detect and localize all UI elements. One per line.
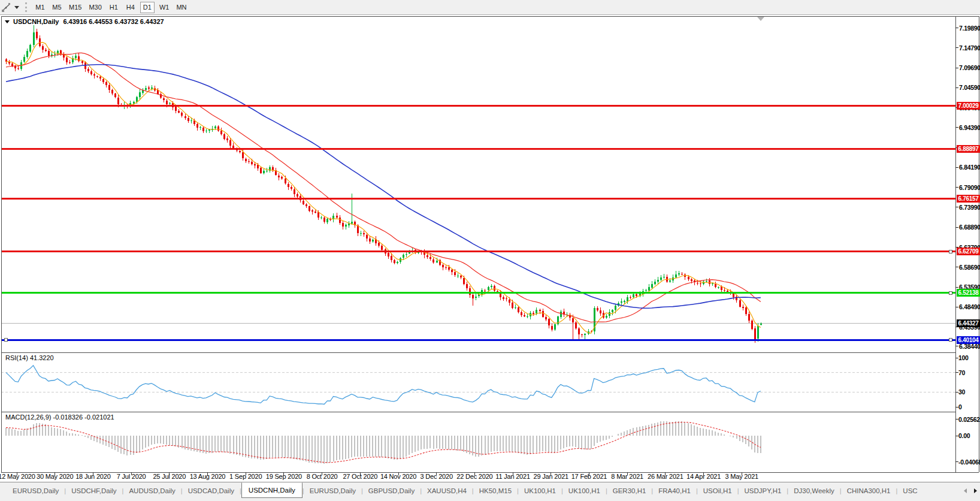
tab-usc[interactable]: USC [897, 484, 922, 497]
rsi-axis-tick: 30 [958, 388, 965, 396]
price-axis-tick: 6.38440 [959, 343, 980, 350]
tab-ger30-h1[interactable]: GER30,H1 [607, 484, 652, 497]
tab-usdcad-daily[interactable]: USDCAD,Daily [183, 484, 240, 497]
tab-scroll-left-icon[interactable] [964, 488, 967, 493]
timeframe-button-h1[interactable]: H1 [107, 2, 121, 13]
line-handle[interactable] [949, 291, 952, 294]
tab-gbpusd-daily[interactable]: GBPUSD,Daily [363, 484, 420, 497]
dropdown-caret-icon[interactable] [14, 6, 19, 9]
toolbar-grip-handle[interactable] [25, 2, 27, 12]
price-tag-6.52138: 6.52138 [957, 289, 980, 297]
candles [5, 25, 762, 343]
price-axis-tick: 6.94390 [959, 124, 980, 131]
chart-tab-bar: EURUSD,Daily|USDCHF,Daily|AUDUSD,Daily|U… [0, 482, 980, 501]
candlestick-chart[interactable] [0, 16, 980, 482]
price-axis-tick: 6.73990 [959, 204, 980, 211]
line-studies-icon[interactable] [1, 2, 12, 13]
up-candle-wicks [22, 25, 761, 342]
tab-fra40-h1[interactable]: FRA40,H1 [653, 484, 696, 497]
line-handle[interactable] [949, 339, 952, 342]
timeframe-button-m1[interactable]: M1 [33, 2, 47, 13]
tab-audusd-daily[interactable]: AUDUSD,Daily [123, 484, 180, 497]
price-tag-6.88897: 6.88897 [957, 145, 980, 153]
tab-dj30-weekly[interactable]: DJ30,Weekly [788, 484, 840, 497]
tab-eurusd-daily[interactable]: EURUSD,Daily [304, 484, 361, 497]
rsi-axis-tick: 0 [958, 403, 962, 411]
timeframe-button-m30[interactable]: M30 [86, 2, 104, 13]
macd-indicator-label: MACD(12,26,9) -0.018326 -0.021021 [5, 414, 114, 421]
tab-uk100-h1[interactable]: UK100,H1 [563, 484, 606, 497]
timeframe-button-w1[interactable]: W1 [157, 2, 172, 13]
price-tag-current: 6.44327 [957, 319, 980, 327]
price-axis-tick: 6.84190 [959, 164, 980, 171]
tab-uk100-h1[interactable]: UK100,H1 [519, 484, 561, 497]
macd-axis-tick: -0.04068 [958, 458, 980, 466]
price-tag-6.76157: 6.76157 [957, 195, 980, 203]
price-tag-6.62709: 6.62709 [957, 248, 980, 255]
tab-scroll-right-icon[interactable] [974, 488, 977, 493]
chart-toolbar: M1M5M15M30H1H4D1W1MN [0, 0, 980, 15]
chart-title-ohlc: 6.43916 6.44553 6.43732 6.44327 [63, 18, 164, 25]
price-axis-tick: 7.09690 [959, 64, 980, 71]
rsi-line [6, 366, 761, 405]
chart-frame: USDCNH,Daily 6.43916 6.44553 6.43732 6.4… [0, 16, 980, 482]
ma-fast-line[interactable] [6, 43, 761, 333]
tab-usdchf-daily[interactable]: USDCHF,Daily [66, 484, 122, 497]
price-axis-tick: 6.58690 [959, 264, 980, 271]
tab-xauusd-h4[interactable]: XAUUSD,H4 [422, 484, 472, 497]
tab-usdcnh-daily[interactable]: USDCNH,Daily [241, 482, 303, 498]
line-handle[interactable] [4, 339, 7, 342]
timeframe-button-m5[interactable]: M5 [50, 2, 64, 13]
rsi-indicator-label: RSI(14) 41.3220 [5, 354, 54, 361]
timeframe-button-h4[interactable]: H4 [123, 2, 138, 13]
rsi-axis-tick: 100 [958, 354, 969, 361]
price-axis-tick: 7.19890 [959, 25, 980, 32]
timeframe-toolbar: M1M5M15M30H1H4D1W1MN [32, 2, 190, 13]
timeframe-button-mn[interactable]: MN [174, 2, 189, 13]
chart-title: USDCNH,Daily 6.43916 6.44553 6.43732 6.4… [5, 18, 164, 25]
tab-china300-h1[interactable]: CHINA300,H1 [842, 484, 896, 497]
price-tag-6.40104: 6.40104 [957, 336, 980, 344]
mt4-chart-window: M1M5M15M30H1H4D1W1MN USDCNH,Daily 6.4391… [0, 0, 980, 501]
price-axis-tick: 6.48490 [959, 303, 980, 310]
date-label: 3 May 2021 [713, 473, 770, 480]
chart-title-symbol: USDCNH,Daily [13, 18, 59, 25]
price-tag-7.00029: 7.00029 [957, 102, 980, 110]
tab-scroll-arrows [964, 488, 977, 493]
symbol-dropdown-icon[interactable] [5, 20, 10, 23]
chart-tabs: EURUSD,Daily|USDCHF,Daily|AUDUSD,Daily|U… [0, 482, 963, 499]
line-handle[interactable] [949, 250, 952, 253]
macd-signal-line [6, 422, 761, 463]
price-axis-tick: 6.79090 [959, 184, 980, 191]
macd-axis-tick: 0.00 [958, 432, 970, 439]
macd-axis-tick: 0.025623 [958, 416, 980, 423]
tab-hk50-m15[interactable]: HK50,M15 [474, 484, 517, 497]
timeframe-button-m15[interactable]: M15 [66, 2, 84, 13]
price-axis-tick: 7.04590 [959, 84, 980, 91]
rsi-axis-tick: 70 [958, 369, 965, 376]
tab-eurusd-daily[interactable]: EURUSD,Daily [7, 484, 64, 497]
timeframe-button-d1[interactable]: D1 [140, 2, 155, 13]
tab-usoil-h1[interactable]: USOil,H1 [698, 484, 737, 497]
price-axis-tick: 6.68890 [959, 224, 980, 231]
chart-shift-marker-icon[interactable] [757, 17, 764, 21]
tab-usdjpy-h1[interactable]: USDJPY,H1 [739, 484, 787, 497]
ma-medium-line[interactable] [6, 53, 761, 322]
price-axis-tick: 7.14790 [959, 44, 980, 52]
